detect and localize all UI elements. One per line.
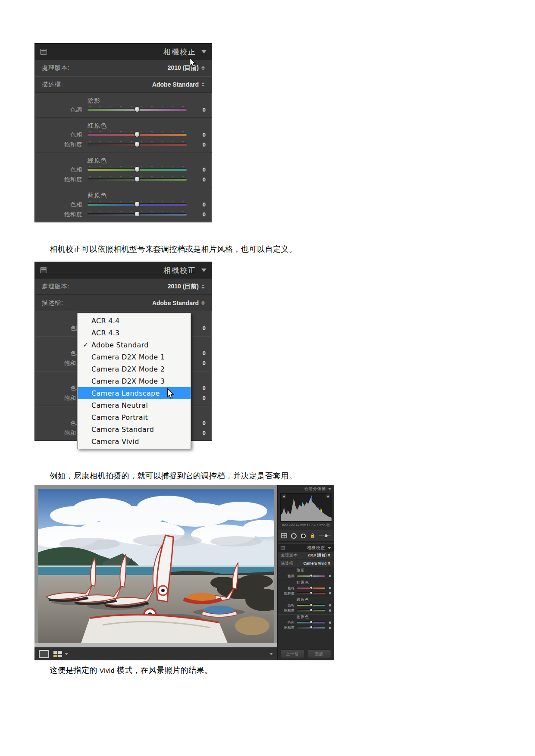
profile-value[interactable]: Adobe Standard bbox=[152, 300, 199, 306]
slider-knob[interactable] bbox=[310, 626, 313, 629]
menu-item-acr-4-4[interactable]: ACR 4.4 bbox=[78, 315, 191, 327]
tool-slider[interactable] bbox=[319, 535, 331, 536]
slider-track[interactable] bbox=[297, 587, 325, 589]
slider-knob[interactable] bbox=[135, 166, 140, 172]
menu-item-acr-4-3[interactable]: ACR 4.3 bbox=[78, 327, 191, 339]
slider-track[interactable] bbox=[297, 627, 325, 628]
slider-knob[interactable] bbox=[135, 176, 140, 182]
slider-label: 飽和度 bbox=[281, 608, 297, 613]
panel-title: 相機校正 bbox=[163, 47, 196, 57]
slider-label: 色相 bbox=[41, 201, 88, 209]
slider-knob[interactable] bbox=[135, 201, 140, 207]
slider-knob[interactable] bbox=[310, 609, 313, 612]
loupe-view-icon[interactable] bbox=[39, 650, 49, 658]
process-version-value[interactable]: 2010 (目前) bbox=[168, 283, 199, 291]
disclosure-triangle-icon[interactable] bbox=[201, 50, 206, 53]
camera-calibration-panel-2: 相機校正 處理版本: 2010 (目前) 描述檔: Adobe Standard… bbox=[34, 262, 212, 441]
stepper-icon[interactable] bbox=[201, 66, 205, 70]
slider-track[interactable] bbox=[88, 179, 187, 181]
slider-track[interactable] bbox=[88, 214, 187, 216]
menu-item-camera-d2x-mode-3[interactable]: Camera D2X Mode 3 bbox=[78, 375, 191, 387]
histogram-header[interactable]: 色階分佈圖 bbox=[278, 485, 334, 492]
menu-item-label: Camera Vivid bbox=[91, 437, 139, 446]
profile-label: 描述檔: bbox=[281, 561, 295, 566]
menu-item-camera-d2x-mode-1[interactable]: Camera D2X Mode 1 bbox=[78, 351, 191, 363]
profile-label: 描述檔: bbox=[42, 299, 63, 307]
collapse-toggle-icon[interactable] bbox=[40, 49, 47, 55]
slider-value: 0 bbox=[325, 621, 331, 625]
histogram-graphic bbox=[281, 494, 332, 521]
slider-track[interactable] bbox=[88, 169, 187, 171]
slider-value: 0 bbox=[187, 106, 206, 113]
menu-item-camera-portrait[interactable]: Camera Portrait bbox=[78, 411, 191, 423]
reset-button[interactable]: 重設 bbox=[308, 650, 332, 658]
disclosure-triangle-icon[interactable] bbox=[328, 547, 331, 549]
slider-track[interactable] bbox=[297, 622, 325, 623]
menu-item-camera-standard[interactable]: Camera Standard bbox=[78, 423, 191, 435]
menu-item-label: Camera Standard bbox=[91, 425, 154, 434]
slider-track[interactable] bbox=[88, 144, 187, 146]
stepper-icon[interactable] bbox=[201, 301, 205, 305]
menu-item-camera-vivid[interactable]: Camera Vivid bbox=[78, 435, 191, 447]
slider-knob[interactable] bbox=[135, 211, 140, 217]
slider-knob[interactable] bbox=[310, 586, 313, 589]
slider-knob[interactable] bbox=[310, 574, 313, 577]
slider-track[interactable] bbox=[297, 605, 325, 606]
slider-knob[interactable] bbox=[135, 106, 140, 112]
histogram[interactable] bbox=[280, 493, 332, 522]
section-title: 紅原色 bbox=[297, 580, 334, 585]
slider-knob[interactable] bbox=[135, 141, 140, 147]
section-title: 綠原色 bbox=[297, 597, 334, 603]
profile-value[interactable]: Adobe Standard bbox=[152, 81, 199, 88]
lock-icon[interactable]: 🔒 bbox=[310, 534, 315, 538]
profile-value[interactable]: Camera Vivid ⇕ bbox=[303, 561, 331, 565]
slider-label: 色相 bbox=[41, 166, 88, 174]
shadow-clipping-icon[interactable] bbox=[282, 494, 286, 498]
disclosure-triangle-icon[interactable] bbox=[201, 269, 206, 272]
slider-label: 色相 bbox=[281, 603, 297, 608]
section-title: 陰影 bbox=[88, 94, 212, 105]
redeye-tool-icon[interactable] bbox=[300, 533, 306, 539]
slider-track[interactable] bbox=[88, 204, 187, 206]
toolbar-caret-icon[interactable] bbox=[269, 653, 273, 655]
stepper-icon[interactable] bbox=[201, 82, 205, 87]
slider-row: 色調0 bbox=[35, 105, 212, 115]
slider-track[interactable] bbox=[297, 610, 325, 611]
slider-knob[interactable] bbox=[310, 621, 313, 624]
crop-overlay-icon[interactable] bbox=[281, 533, 287, 538]
menu-item-adobe-standard[interactable]: ✓Adobe Standard bbox=[78, 339, 191, 351]
slider-label: 色調 bbox=[41, 106, 88, 114]
slider-track[interactable] bbox=[297, 593, 325, 594]
panel-header[interactable]: 相機校正 bbox=[35, 262, 212, 278]
slider-knob[interactable] bbox=[310, 603, 313, 606]
calibration-section: 陰影色調0 bbox=[278, 567, 334, 579]
slider-track[interactable] bbox=[297, 575, 325, 577]
tool-slider-knob[interactable] bbox=[324, 534, 328, 538]
slider-track[interactable] bbox=[88, 134, 187, 136]
slider-track[interactable] bbox=[88, 109, 187, 111]
highlight-clipping-icon[interactable] bbox=[325, 494, 330, 498]
process-version-value[interactable]: 2010 (目前) ⇕ bbox=[308, 553, 331, 558]
previous-button[interactable]: 上一個 bbox=[281, 650, 304, 658]
slider-knob[interactable] bbox=[135, 131, 140, 137]
panel-title: 相機校正 bbox=[307, 545, 325, 551]
slider-label: 飽和度 bbox=[41, 211, 88, 219]
slider-row: 飽和度0 bbox=[35, 175, 212, 184]
collapse-toggle-icon[interactable] bbox=[281, 546, 285, 550]
menu-item-camera-d2x-mode-2[interactable]: Camera D2X Mode 2 bbox=[78, 363, 191, 375]
slider-row: 飽和度0 bbox=[278, 625, 334, 630]
slider-value: 0 bbox=[325, 609, 331, 612]
panel-header[interactable]: 相機校正 bbox=[278, 544, 334, 552]
menu-item-camera-neutral[interactable]: Camera Neutral bbox=[78, 399, 191, 411]
compare-view-icon[interactable] bbox=[53, 651, 62, 657]
spot-removal-icon[interactable] bbox=[291, 533, 297, 539]
disclosure-triangle-icon[interactable] bbox=[328, 488, 332, 490]
collapse-toggle-icon[interactable] bbox=[40, 267, 47, 273]
slider-row: 飽和度0 bbox=[35, 140, 212, 150]
panel-header[interactable]: 相機校正 bbox=[35, 44, 212, 60]
stepper-icon[interactable] bbox=[201, 284, 205, 289]
panel-title: 相機校正 bbox=[163, 266, 196, 275]
slider-knob[interactable] bbox=[310, 591, 313, 594]
profile-row: 描述檔: Adobe Standard bbox=[35, 295, 212, 311]
view-options-caret-icon[interactable] bbox=[65, 653, 68, 655]
